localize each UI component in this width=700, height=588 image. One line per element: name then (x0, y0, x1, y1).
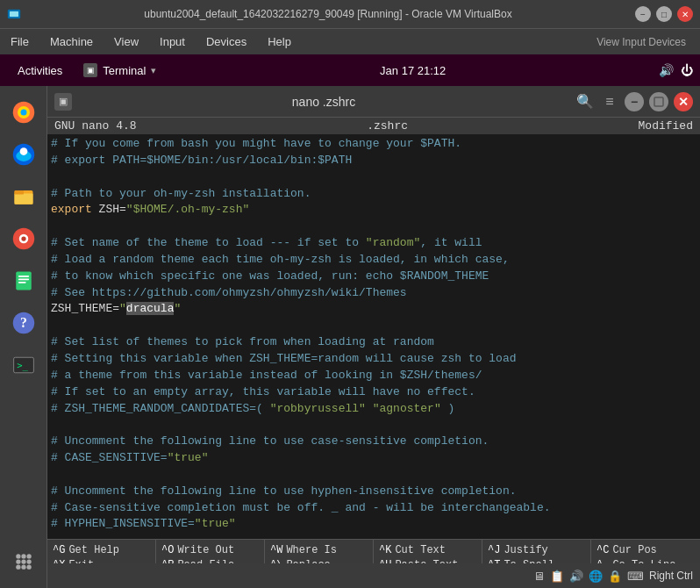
sidebar-item-apps[interactable] (4, 542, 43, 581)
nano-line (51, 169, 696, 186)
terminal-area: ▣ nano .zshrc 🔍 ≡ − ✕ GNU nano 4.8 .zshr… (47, 86, 700, 588)
terminal-tab[interactable]: ▣ Terminal ▾ (73, 54, 167, 86)
terminal-close-button[interactable]: ✕ (674, 92, 693, 111)
nano-line: # Uncomment the following line to use hy… (51, 484, 696, 500)
sidebar-item-libreoffice[interactable] (4, 262, 43, 300)
shortcut-label-get-help: Get Help (68, 543, 119, 558)
terminal-controls: 🔍 ≡ − ✕ (575, 92, 693, 111)
nano-line: # If set to an empty array, this variabl… (51, 384, 696, 401)
nano-header: GNU nano 4.8 .zshrc Modified (47, 118, 700, 134)
taskbar-icon-5: 🔒 (608, 570, 622, 583)
main-layout: ? >_ ▣ (0, 86, 700, 588)
taskbar-icon-6: ⌨ (627, 570, 644, 583)
nano-line: # If you come from bash you might have t… (51, 136, 696, 153)
sidebar-item-rhythmbox[interactable] (4, 219, 43, 258)
nano-line: # to know which specific one was loaded,… (51, 269, 696, 285)
topbar-right: 🔊 ⏻ (659, 63, 693, 77)
sidebar-item-thunderbird[interactable] (4, 135, 43, 174)
nano-line: # HYPHEN_INSENSITIVE="true" (51, 516, 696, 533)
svg-rect-16 (18, 278, 28, 280)
nano-editor[interactable]: GNU nano 4.8 .zshrc Modified # If you co… (47, 118, 700, 588)
window-controls: − □ ✕ (635, 6, 693, 22)
svg-point-29 (21, 565, 25, 570)
nano-line: # Setting this variable when ZSH_THEME=r… (51, 351, 696, 368)
terminal-tab-arrow: ▾ (151, 65, 156, 76)
svg-rect-10 (14, 190, 24, 194)
sidebar: ? >_ (0, 86, 47, 588)
terminal-tab-label: Terminal (103, 64, 146, 77)
taskbar: 🖥 📋 🔊 🌐 🔒 ⌨ Right Ctrl (47, 563, 700, 588)
sidebar-item-firefox[interactable] (4, 93, 43, 132)
shortcut-key-write-out: ^O (161, 543, 174, 558)
minimize-button[interactable]: − (635, 6, 651, 22)
shortcut-label-cut-text: Cut Text (395, 543, 446, 558)
topbar-datetime: Jan 17 21:12 (167, 64, 659, 77)
shortcut-label-cur-pos: Cur Pos (612, 543, 656, 558)
nano-line: export ZSH="$HOME/.oh-my-zsh" (51, 202, 696, 219)
menu-help[interactable]: Help (264, 33, 295, 50)
nano-line: # Set list of themes to pick from when l… (51, 334, 696, 351)
svg-point-13 (21, 236, 25, 240)
menu-bar: File Machine View Input Devices Help Vie… (0, 28, 700, 54)
svg-point-30 (26, 565, 31, 570)
menu-devices[interactable]: Devices (203, 33, 250, 50)
shortcut-label-justify: Justify (504, 543, 547, 558)
sidebar-item-terminal[interactable]: >_ (4, 346, 43, 384)
terminal-titlebar: ▣ nano .zshrc 🔍 ≡ − ✕ (47, 86, 700, 118)
power-icon[interactable]: ⏻ (681, 63, 693, 77)
close-button[interactable]: ✕ (677, 6, 693, 22)
nano-line: # load a random theme each time oh-my-zs… (51, 252, 696, 269)
nano-line (51, 417, 696, 434)
sidebar-item-files[interactable] (4, 177, 43, 216)
nano-line: # export PATH=$HOME/bin:/usr/local/bin:$… (51, 153, 696, 169)
ubuntu-topbar: Activities ▣ Terminal ▾ Jan 17 21:12 🔊 ⏻ (0, 54, 700, 86)
terminal-window-icon: ▣ (54, 93, 72, 111)
taskbar-icon-2: 📋 (550, 570, 564, 583)
terminal-search-button[interactable]: 🔍 (575, 92, 595, 111)
shortcut-key-get-help: ^G (53, 543, 65, 558)
menu-file[interactable]: File (7, 33, 32, 50)
volume-icon[interactable]: 🔊 (659, 63, 674, 77)
terminal-tab-icon: ▣ (83, 63, 97, 77)
nano-header-left: GNU nano 4.8 (54, 119, 137, 133)
shortcut-key-where-is: ^W (270, 543, 282, 558)
svg-text:?: ? (20, 315, 27, 330)
nano-line: # Case-sensitive completion must be off.… (51, 500, 696, 517)
activities-button[interactable]: Activities (7, 54, 73, 86)
nano-line: # ZSH_THEME_RANDOM_CANDIDATES=( "robbyru… (51, 401, 696, 418)
nano-header-center: .zshrc (367, 119, 408, 133)
terminal-window-title: nano .zshrc (79, 95, 568, 109)
nano-line: # See https://github.com/ohmyzsh/ohmyzsh… (51, 285, 696, 302)
svg-point-25 (16, 559, 20, 563)
svg-text:>_: >_ (17, 360, 28, 371)
menu-view[interactable]: View (111, 33, 142, 50)
terminal-minimize-button[interactable]: − (625, 92, 644, 111)
nano-line: # CASE_SENSITIVE="true" (51, 450, 696, 467)
svg-point-26 (21, 559, 25, 563)
svg-point-22 (16, 554, 20, 558)
nano-content[interactable]: # If you come from bash you might have t… (47, 134, 700, 539)
nano-line (51, 219, 696, 235)
svg-rect-17 (18, 282, 25, 283)
svg-point-4 (20, 110, 26, 116)
svg-rect-9 (14, 194, 32, 204)
nano-line (51, 467, 696, 484)
nano-line: # Path to your oh-my-zsh installation. (51, 186, 696, 203)
taskbar-icon-4: 🌐 (589, 570, 603, 583)
shortcut-key-cur-pos: ^C (596, 543, 609, 558)
window-title: ubuntu2004_default_1642032216279_90049 [… (28, 8, 628, 20)
svg-point-24 (26, 554, 31, 558)
svg-point-27 (26, 559, 31, 563)
shortcut-label-where-is: Where Is (286, 543, 337, 558)
terminal-menu-button[interactable]: ≡ (600, 92, 619, 111)
svg-point-23 (21, 554, 25, 558)
nano-header-right: Modified (639, 119, 693, 133)
menu-input[interactable]: Input (156, 33, 189, 50)
menu-machine[interactable]: Machine (46, 33, 96, 50)
svg-rect-1 (10, 11, 18, 17)
svg-rect-15 (18, 276, 28, 277)
maximize-button[interactable]: □ (656, 6, 672, 22)
svg-point-7 (19, 147, 27, 155)
sidebar-item-help[interactable]: ? (4, 304, 43, 342)
terminal-maximize-button[interactable] (649, 92, 668, 111)
